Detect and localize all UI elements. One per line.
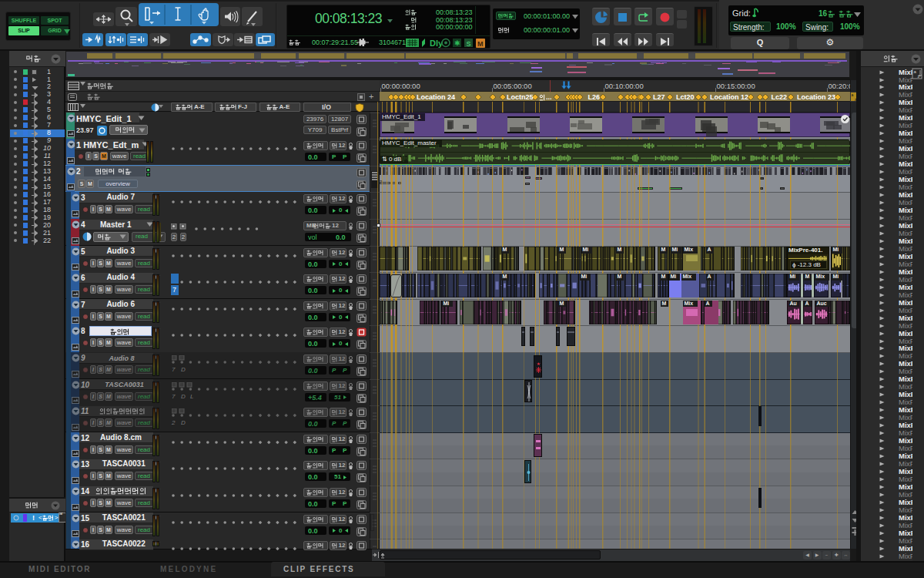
svg-text:a: a <box>852 92 854 97</box>
svg-text:z: z <box>918 74 920 79</box>
